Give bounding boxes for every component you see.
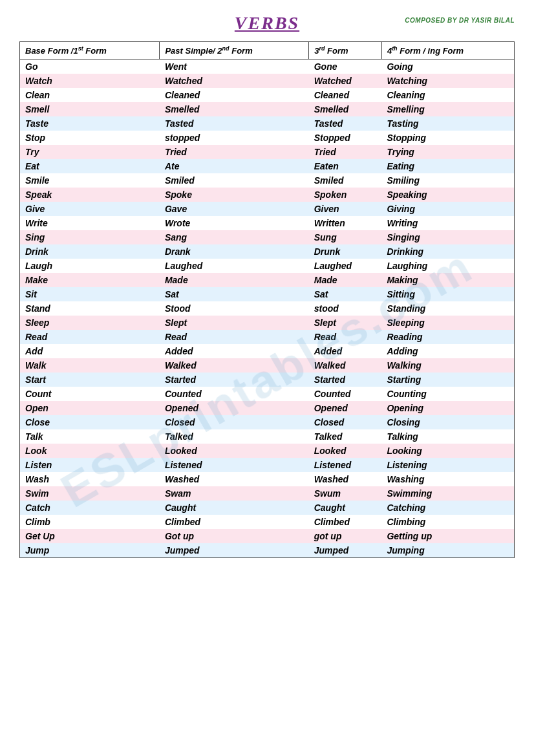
cell-base: Listen — [20, 458, 160, 472]
cell-third: Started — [309, 373, 382, 387]
cell-ing: Sleeping — [381, 316, 514, 330]
cell-third: Read — [309, 330, 382, 344]
cell-base: Sit — [20, 287, 160, 301]
cell-third: Spoken — [309, 188, 382, 202]
cell-past: Swam — [160, 486, 309, 501]
cell-base: Open — [20, 401, 160, 415]
cell-ing: Climbing — [381, 515, 514, 529]
cell-ing: Jumping — [381, 543, 514, 558]
table-row: TalkTalkedTalkedTalking — [20, 429, 515, 444]
cell-past: Sang — [160, 230, 309, 244]
page-header: VERBS COMPOSED BY DR YASIR BILAL — [19, 13, 515, 34]
table-row: JumpJumpedJumpedJumping — [20, 543, 515, 558]
cell-third: Smiled — [309, 173, 382, 188]
cell-third: Opened — [309, 401, 382, 415]
cell-ing: Drinking — [381, 244, 514, 259]
table-row: ReadReadReadReading — [20, 330, 515, 344]
cell-ing: Laughing — [381, 259, 514, 273]
cell-base: Read — [20, 330, 160, 344]
cell-ing: Singing — [381, 230, 514, 244]
cell-past: Watched — [160, 74, 309, 88]
cell-ing: Walking — [381, 358, 514, 373]
cell-third: Made — [309, 273, 382, 287]
cell-past: Looked — [160, 444, 309, 458]
cell-ing: Washing — [381, 472, 514, 486]
cell-third: Watched — [309, 74, 382, 88]
cell-third: Climbed — [309, 515, 382, 529]
composed-by-label: COMPOSED BY DR YASIR BILAL — [405, 17, 515, 24]
cell-ing: Going — [381, 59, 514, 74]
table-row: TasteTastedTastedTasting — [20, 116, 515, 131]
cell-past: Started — [160, 373, 309, 387]
cell-ing: Listening — [381, 458, 514, 472]
cell-third: Talked — [309, 429, 382, 444]
cell-base: Clean — [20, 88, 160, 102]
cell-base: Write — [20, 216, 160, 230]
cell-past: Listened — [160, 458, 309, 472]
table-row: LaughLaughedLaughedLaughing — [20, 259, 515, 273]
table-row: WriteWroteWrittenWriting — [20, 216, 515, 230]
cell-third: stood — [309, 301, 382, 316]
cell-base: Swim — [20, 486, 160, 501]
cell-past: Cleaned — [160, 88, 309, 102]
cell-base: Look — [20, 444, 160, 458]
cell-third: Eaten — [309, 159, 382, 173]
table-row: WatchWatchedWatchedWatching — [20, 74, 515, 88]
table-row: SleepSleptSleptSleeping — [20, 316, 515, 330]
table-row: GiveGaveGivenGiving — [20, 202, 515, 216]
cell-past: Closed — [160, 415, 309, 429]
cell-past: Smiled — [160, 173, 309, 188]
cell-third: Caught — [309, 501, 382, 515]
cell-third: Tasted — [309, 116, 382, 131]
cell-base: Start — [20, 373, 160, 387]
cell-base: Stand — [20, 301, 160, 316]
table-row: StopstoppedStoppedStopping — [20, 131, 515, 145]
table-row: ListenListenedListenedListening — [20, 458, 515, 472]
cell-past: Read — [160, 330, 309, 344]
cell-base: Jump — [20, 543, 160, 558]
table-row: CatchCaughtCaughtCatching — [20, 501, 515, 515]
cell-third: Closed — [309, 415, 382, 429]
col-header-4: 4th Form / ing Form — [381, 42, 514, 59]
cell-third: Cleaned — [309, 88, 382, 102]
cell-base: Add — [20, 344, 160, 358]
cell-ing: Getting up — [381, 529, 514, 543]
cell-ing: Writing — [381, 216, 514, 230]
cell-third: Stopped — [309, 131, 382, 145]
cell-past: Slept — [160, 316, 309, 330]
cell-ing: Giving — [381, 202, 514, 216]
table-row: AddAddedAddedAdding — [20, 344, 515, 358]
cell-ing: Swimming — [381, 486, 514, 501]
table-row: DrinkDrankDrunkDrinking — [20, 244, 515, 259]
cell-base: Climb — [20, 515, 160, 529]
cell-ing: Sitting — [381, 287, 514, 301]
cell-base: Give — [20, 202, 160, 216]
table-row: ClimbClimbedClimbedClimbing — [20, 515, 515, 529]
cell-base: Sleep — [20, 316, 160, 330]
cell-past: Tasted — [160, 116, 309, 131]
cell-ing: Closing — [381, 415, 514, 429]
cell-base: Taste — [20, 116, 160, 131]
cell-base: Laugh — [20, 259, 160, 273]
cell-ing: Opening — [381, 401, 514, 415]
cell-past: Went — [160, 59, 309, 74]
cell-past: Jumped — [160, 543, 309, 558]
cell-base: Wash — [20, 472, 160, 486]
cell-third: Written — [309, 216, 382, 230]
cell-third: Jumped — [309, 543, 382, 558]
cell-third: Walked — [309, 358, 382, 373]
cell-base: Speak — [20, 188, 160, 202]
cell-ing: Looking — [381, 444, 514, 458]
table-row: EatAteEatenEating — [20, 159, 515, 173]
cell-third: Counted — [309, 387, 382, 401]
cell-past: Talked — [160, 429, 309, 444]
col-header-3: 3rd Form — [309, 42, 382, 59]
cell-base: Smell — [20, 102, 160, 116]
cell-base: Drink — [20, 244, 160, 259]
cell-past: Stood — [160, 301, 309, 316]
cell-ing: Catching — [381, 501, 514, 515]
cell-base: Eat — [20, 159, 160, 173]
cell-ing: Tasting — [381, 116, 514, 131]
cell-third: Listened — [309, 458, 382, 472]
cell-third: Given — [309, 202, 382, 216]
